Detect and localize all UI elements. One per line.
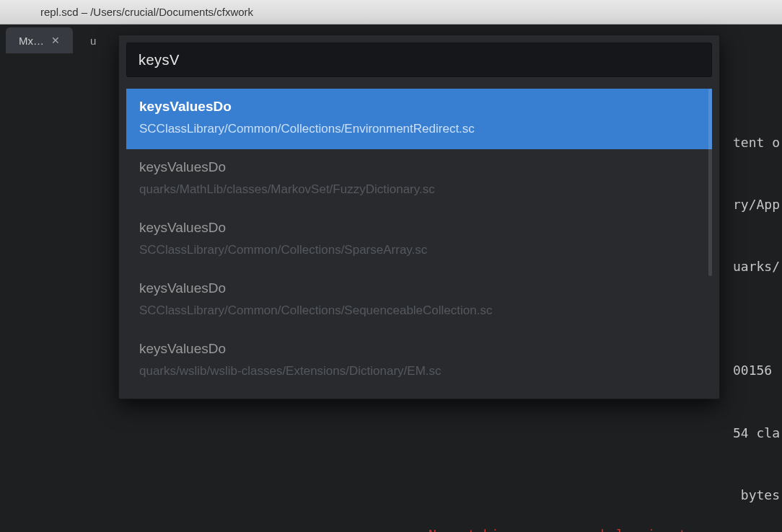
result-path: SCClassLibrary/Common/Collections/Enviro… xyxy=(139,122,699,136)
results-scrollbar[interactable] xyxy=(708,89,712,391)
result-name: keysValuesDo xyxy=(139,341,699,357)
command-palette: keysValuesDo SCClassLibrary/Common/Colle… xyxy=(118,35,720,399)
result-name: keysValuesDo xyxy=(139,280,699,296)
window-titlebar: repl.scd – /Users/crucial/Documents/cfxw… xyxy=(0,0,782,25)
palette-results: keysValuesDo SCClassLibrary/Common/Colle… xyxy=(126,89,712,391)
terminal-line: 54 cla xyxy=(733,423,780,444)
palette-result[interactable]: keysValuesDo SCClassLibrary/Common/Colle… xyxy=(126,89,712,149)
result-name: keysValuesDo xyxy=(139,99,699,115)
window-title: repl.scd – /Users/crucial/Documents/cfxw… xyxy=(40,6,253,18)
scrollbar-thumb[interactable] xyxy=(708,89,712,276)
tab-label: u xyxy=(90,35,96,47)
terminal-line: tent o xyxy=(733,133,780,154)
terminal-line: uarks/ xyxy=(733,257,780,278)
terminal-line: 00156 xyxy=(733,360,780,381)
palette-result[interactable]: keysValuesDo SCClassLibrary/Common/Colle… xyxy=(126,270,712,331)
palette-result[interactable]: keysValuesDo quarks/MathLib/classes/Mark… xyxy=(126,149,712,210)
tab-1[interactable]: u xyxy=(77,27,109,53)
terminal-line: ry/App xyxy=(733,195,780,216)
palette-search-input[interactable] xyxy=(126,43,712,77)
terminal-output: tent o ry/App uarks/ 00156 54 cla bytes … xyxy=(733,91,780,532)
result-path: SCClassLibrary/Common/Collections/Sequen… xyxy=(139,303,699,318)
terminal-output-bottom: No matching processes belonging to you w… xyxy=(429,483,741,532)
result-name: keysValuesDo xyxy=(139,220,699,236)
result-path: quarks/MathLib/classes/MarkovSet/FuzzyDi… xyxy=(139,182,699,197)
tab-label: Mx… xyxy=(19,35,44,47)
terminal-line: No matching processes belonging to you w xyxy=(429,525,741,532)
tab-0[interactable]: Mx… ✕ xyxy=(6,27,73,53)
result-path: SCClassLibrary/Common/Collections/Sparse… xyxy=(139,243,699,257)
result-path: quarks/wslib/wslib-classes/Extensions/Di… xyxy=(139,364,699,378)
close-icon[interactable]: ✕ xyxy=(51,35,60,46)
palette-result[interactable]: keysValuesDo quarks/wslib/wslib-classes/… xyxy=(126,331,712,391)
palette-result[interactable]: keysValuesDo SCClassLibrary/Common/Colle… xyxy=(126,210,712,270)
result-name: keysValuesDo xyxy=(139,159,699,175)
